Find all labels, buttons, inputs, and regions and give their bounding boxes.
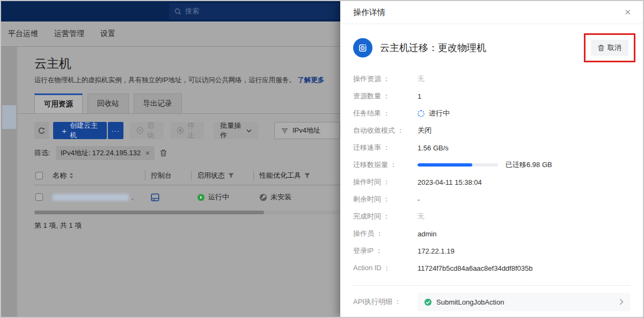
remove-filter-icon[interactable]: ✕ <box>145 150 150 157</box>
learn-more-link[interactable]: 了解更多 <box>297 76 324 84</box>
field-operator: 操作员 ： admin <box>353 225 630 242</box>
nav-item-operation-mgmt[interactable]: 运营管理 <box>54 29 84 39</box>
operation-title: 云主机迁移：更改物理机 <box>380 41 486 54</box>
migration-progress-bar <box>418 163 498 167</box>
play-circle-icon <box>136 127 144 134</box>
app-window: 搜索 平台运维 运营管理 设置 云主机 运行在物理机上的虚拟机实例，具有独立的I… <box>0 0 644 318</box>
select-all-checkbox[interactable] <box>35 172 43 179</box>
field-auto-converge-mode: 自动收敛模式 ： 关闭 <box>353 122 630 139</box>
api-detail-row: API执行明细 ： SubmitLongJobAction <box>353 293 630 311</box>
vm-name-suffix: . <box>131 193 134 201</box>
more-actions-button[interactable]: ··· <box>108 122 123 139</box>
column-name: 名称 <box>53 171 67 180</box>
tab-available-resources[interactable]: 可用资源 <box>34 93 83 113</box>
stop-circle-icon <box>177 127 184 134</box>
cloud-vm-page: 云主机 运行在物理机上的虚拟机实例，具有独立的IP地址，可以访问公共网络，运行应… <box>18 47 340 317</box>
field-finish-time: 完成时间 ： 无 <box>353 208 630 225</box>
filter-bar: 筛选: IPv4地址: 172.24.195.132 ✕ <box>34 146 167 160</box>
tool-filter-funnel-icon[interactable] <box>304 173 310 178</box>
field-operation-resource: 操作资源 ： 无 <box>353 70 630 88</box>
api-detail-banner[interactable]: SubmitLongJobAction <box>418 293 630 311</box>
vm-name-redacted[interactable] <box>53 194 129 201</box>
column-opt-tool: 性能优化工具 <box>259 171 301 180</box>
resource-tabs: 可用资源 回收站 导出记录 <box>34 93 182 113</box>
cancel-operation-button[interactable]: 取消 <box>591 40 628 56</box>
trash-icon <box>598 45 604 52</box>
migrated-amount-text: 已迁移6.98 GB <box>506 160 552 170</box>
clear-filters-trash-icon[interactable] <box>160 149 167 157</box>
ipv4-filter-dropdown[interactable]: IPv4地址 <box>274 122 340 139</box>
opt-tool-text: 未安装 <box>270 192 291 202</box>
row-checkbox[interactable] <box>35 193 43 201</box>
start-vm-button: 启动 <box>130 122 164 139</box>
operation-detail-fields: 操作资源 ： 无 资源数量 ： 1 任务结果 ： 进行中 自动收敛模式 ： 关闭… <box>353 70 630 277</box>
not-installed-icon <box>259 193 267 201</box>
horizontal-scrollbar-track[interactable] <box>34 211 340 214</box>
chevron-right-icon <box>619 299 624 305</box>
field-migration-speed: 迁移速率 ： 1.56 GB/s <box>353 139 630 156</box>
vm-toolbar: + 创建云主机 ··· 启动 停止 批量操作 <box>34 122 340 139</box>
vm-migration-icon <box>353 38 372 57</box>
api-action-name: SubmitLongJobAction <box>436 298 504 306</box>
plus-icon: + <box>62 126 67 135</box>
filter-chip-ipv4: IPv4地址: 172.24.195.132 ✕ <box>56 146 155 160</box>
search-placeholder: 搜索 <box>185 6 199 16</box>
global-search-input[interactable]: 搜索 <box>169 3 340 19</box>
chevron-down-icon <box>246 129 252 133</box>
annotation-red-box: 取消 <box>584 33 635 62</box>
create-vm-button[interactable]: + 创建云主机 <box>53 122 107 139</box>
sort-icon[interactable] <box>69 172 74 179</box>
operation-detail-drawer: 操作详情 ✕ 云主机迁移：更改物理机 取消 操作资源 ： 无 <box>340 1 643 317</box>
running-status-icon <box>197 193 205 201</box>
nav-item-settings[interactable]: 设置 <box>100 29 115 39</box>
batch-actions-button[interactable]: 批量操作 <box>214 122 258 139</box>
field-action-id: Action ID ： 11724f7b5cd84a6aac8ef34ddf8f… <box>353 259 630 277</box>
horizontal-scrollbar-thumb[interactable] <box>34 211 264 214</box>
field-operation-time: 操作时间 ： 2023-04-11 15:38:04 <box>353 174 630 191</box>
close-icon[interactable]: ✕ <box>624 8 631 17</box>
tab-recycle-bin[interactable]: 回收站 <box>87 93 129 113</box>
column-console: 控制台 <box>151 171 172 180</box>
drawer-header: 操作详情 ✕ <box>340 1 643 24</box>
tabs-divider <box>18 113 340 114</box>
status-filter-funnel-icon[interactable] <box>228 173 234 178</box>
nav-item-platform-ops[interactable]: 平台运维 <box>8 29 38 39</box>
operation-title-row: 云主机迁移：更改物理机 取消 <box>353 34 635 62</box>
filter-lines-icon <box>281 128 288 134</box>
console-icon[interactable] <box>151 193 159 201</box>
search-icon <box>174 8 181 15</box>
column-status: 启用状态 <box>197 171 225 180</box>
field-migrated-data: 迁移数据量 ： 已迁移6.98 GB <box>353 156 630 174</box>
field-resource-count: 资源数量 ： 1 <box>353 88 630 105</box>
loading-spinner-icon <box>418 110 425 117</box>
dashed-divider <box>353 285 630 286</box>
vm-status-text: 运行中 <box>208 192 229 202</box>
table-row[interactable]: . 运行中 未安装 <box>34 185 340 209</box>
stop-vm-button: 停止 <box>170 122 204 139</box>
field-login-ip: 登录IP ： 172.22.1.19 <box>353 242 630 259</box>
field-task-result: 任务结果 ： 进行中 <box>353 105 630 122</box>
refresh-button[interactable] <box>34 122 49 139</box>
field-remaining-time: 剩余时间 ： - <box>353 191 630 208</box>
collapsed-sidebar-rail[interactable] <box>1 47 17 317</box>
page-title: 云主机 <box>34 55 71 72</box>
page-description: 运行在物理机上的虚拟机实例，具有独立的IP地址，可以访问公共网络，运行应用服务。… <box>34 76 324 85</box>
pagination-summary: 第 1 项, 共 1 项 <box>34 221 82 230</box>
migration-progress-fill <box>418 163 472 167</box>
api-detail-label: API执行明细 ： <box>353 297 418 307</box>
filter-label: 筛选: <box>34 148 50 158</box>
success-check-icon <box>424 298 432 306</box>
table-header: 名称 控制台 启用状态 性能优化工具 <box>34 167 340 184</box>
tab-export-records[interactable]: 导出记录 <box>134 93 182 113</box>
sidebar-active-indicator <box>2 105 16 129</box>
main-nav-bar: 平台运维 运营管理 设置 <box>1 21 340 47</box>
top-header-bar: 搜索 <box>1 1 340 21</box>
drawer-header-title: 操作详情 <box>353 8 385 18</box>
